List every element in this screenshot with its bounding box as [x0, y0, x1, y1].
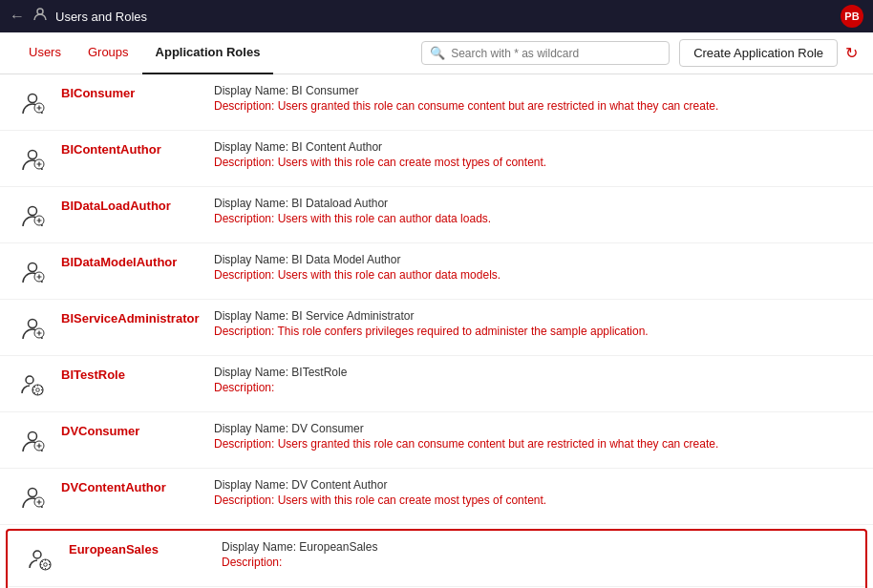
title-bar-title: Users and Roles — [55, 10, 147, 24]
user-role-icon — [15, 480, 50, 514]
gear-role-icon — [23, 542, 57, 577]
role-name[interactable]: BIDataLoadAuthor — [61, 197, 214, 213]
svg-point-9 — [29, 320, 37, 328]
user-role-icon — [15, 255, 50, 289]
svg-point-14 — [29, 432, 37, 441]
role-display-name: Display Name: EuropeanSales — [222, 540, 850, 554]
role-row: BIConsumerDisplay Name: BI ConsumerDescr… — [0, 74, 873, 131]
role-description: Description: Users granted this role can… — [214, 99, 858, 113]
svg-point-3 — [29, 151, 37, 159]
role-name[interactable]: DVConsumer — [61, 422, 214, 438]
role-details: Display Name: BI Data Model AuthorDescri… — [214, 253, 858, 282]
role-details: Display Name: BI Service AdministratorDe… — [214, 309, 858, 338]
svg-point-1 — [29, 94, 37, 103]
role-row: BITestRoleDisplay Name: BITestRoleDescri… — [0, 356, 873, 412]
search-input[interactable] — [451, 47, 661, 60]
svg-point-16 — [29, 489, 37, 497]
role-details: Display Name: DV ConsumerDescription: Us… — [214, 422, 858, 451]
search-container: 🔍 — [421, 41, 670, 65]
user-role-icon — [15, 311, 50, 346]
role-row: BIDataModelAuthorDisplay Name: BI Data M… — [0, 243, 873, 300]
role-name[interactable]: BITestRole — [61, 366, 214, 382]
role-details: Display Name: BITestRoleDescription: — [214, 366, 858, 394]
svg-point-11 — [26, 376, 33, 384]
role-description: Description: Users granted this role can… — [214, 437, 858, 451]
user-role-icon — [15, 424, 50, 458]
role-description: Description: Users with this role can cr… — [214, 156, 858, 169]
tab-groups[interactable]: Groups — [75, 32, 142, 74]
role-row: BIDataLoadAuthorDisplay Name: BI Dataloa… — [0, 187, 873, 243]
svg-point-0 — [37, 9, 43, 14]
svg-point-20 — [44, 563, 48, 567]
role-details: Display Name: BI ConsumerDescription: Us… — [214, 84, 858, 113]
svg-point-13 — [36, 388, 40, 392]
role-details: Display Name: EuropeanSalesDescription: — [222, 540, 850, 569]
role-name[interactable]: BIConsumer — [61, 84, 214, 100]
refresh-button[interactable]: ↻ — [845, 44, 858, 62]
title-bar: ← Users and Roles PB — [0, 0, 873, 32]
user-role-icon — [15, 142, 50, 177]
role-description: Description: Users with this role can au… — [214, 268, 858, 282]
user-role-icon — [15, 86, 50, 120]
role-display-name: Display Name: BI Consumer — [214, 84, 858, 97]
nav-bar: Users Groups Application Roles 🔍 Create … — [0, 32, 873, 74]
role-display-name: Display Name: DV Content Author — [214, 478, 858, 492]
content-area: BIConsumerDisplay Name: BI ConsumerDescr… — [0, 74, 873, 588]
search-icon: 🔍 — [430, 46, 445, 60]
role-description: Description: — [214, 381, 858, 394]
highlighted-roles-group: EuropeanSalesDisplay Name: EuropeanSales… — [6, 529, 867, 588]
role-description: Description: This role confers privilege… — [214, 325, 858, 338]
role-row: BIServiceAdministratorDisplay Name: BI S… — [0, 300, 873, 356]
role-details: Display Name: DV Content AuthorDescripti… — [214, 478, 858, 507]
create-application-role-button[interactable]: Create Application Role — [679, 39, 838, 67]
role-details: Display Name: BI Content AuthorDescripti… — [214, 140, 858, 169]
role-display-name: Display Name: BI Data Model Author — [214, 253, 858, 266]
svg-point-7 — [29, 263, 37, 272]
role-name[interactable]: BIDataModelAuthor — [61, 253, 214, 269]
role-details: Display Name: BI Dataload AuthorDescript… — [214, 197, 858, 225]
user-avatar: PB — [841, 5, 863, 28]
app-icon — [32, 7, 48, 26]
role-row: EuropeanSalesDisplay Name: EuropeanSales… — [8, 531, 865, 587]
svg-point-5 — [29, 207, 37, 216]
role-description: Description: — [222, 556, 850, 569]
role-row: DVContentAuthorDisplay Name: DV Content … — [0, 469, 873, 525]
user-role-icon — [15, 199, 50, 233]
role-display-name: Display Name: BI Service Administrator — [214, 309, 858, 323]
role-name[interactable]: BIContentAuthor — [61, 140, 214, 157]
role-row: BIContentAuthorDisplay Name: BI Content … — [0, 131, 873, 187]
gear-role-icon — [15, 368, 50, 402]
role-description: Description: Users with this role can au… — [214, 212, 858, 225]
roles-list: BIConsumerDisplay Name: BI ConsumerDescr… — [0, 74, 873, 525]
role-display-name: Display Name: BI Dataload Author — [214, 197, 858, 210]
role-display-name: Display Name: BITestRole — [214, 366, 858, 379]
role-row: DVConsumerDisplay Name: DV ConsumerDescr… — [0, 412, 873, 469]
svg-point-18 — [33, 551, 41, 558]
role-display-name: Display Name: BI Content Author — [214, 140, 858, 154]
tab-users[interactable]: Users — [15, 32, 75, 74]
back-button[interactable]: ← — [10, 8, 25, 25]
tab-application-roles[interactable]: Application Roles — [142, 32, 274, 74]
role-name[interactable]: DVContentAuthor — [61, 478, 214, 494]
role-display-name: Display Name: DV Consumer — [214, 422, 858, 435]
role-description: Description: Users with this role can cr… — [214, 494, 858, 507]
role-name[interactable]: BIServiceAdministrator — [61, 309, 214, 326]
role-name[interactable]: EuropeanSales — [69, 540, 222, 556]
